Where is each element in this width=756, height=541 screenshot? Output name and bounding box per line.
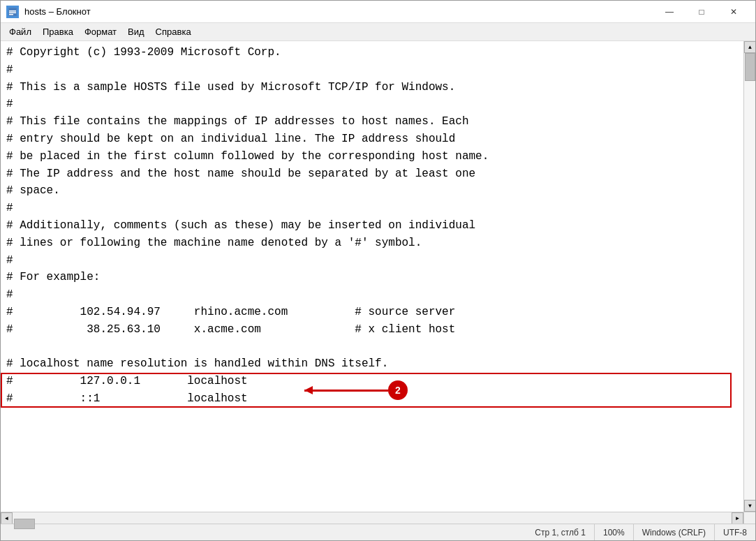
menu-help[interactable]: Справка [150, 25, 197, 38]
scroll-thumb-horizontal[interactable] [14, 519, 35, 529]
main-window: hosts – Блокнот — □ ✕ Файл Правка Формат… [0, 0, 756, 541]
maximize-button[interactable]: □ [685, 1, 718, 23]
status-zoom: 100% [595, 524, 634, 540]
status-encoding: UTF-8 [715, 524, 755, 540]
scroll-up-button[interactable]: ▲ [744, 41, 755, 53]
app-icon [6, 6, 19, 18]
status-position: Стр 1, стлб 1 [526, 524, 595, 540]
scroll-right-button[interactable]: ► [732, 512, 743, 524]
window-controls: — □ ✕ [653, 1, 750, 23]
svg-rect-1 [9, 10, 16, 12]
window-title: hosts – Блокнот [24, 6, 653, 17]
status-bar: Стр 1, стлб 1 100% Windows (CRLF) UTF-8 [1, 524, 755, 540]
scroll-track-vertical [744, 53, 755, 500]
content-area-inner: # Copyright (c) 1993-2009 Microsoft Corp… [1, 41, 743, 512]
status-line-ending: Windows (CRLF) [634, 524, 715, 540]
menu-view[interactable]: Вид [122, 25, 150, 38]
scrollbar-horizontal-wrapper: ◄ ► [1, 512, 755, 524]
scroll-down-button[interactable]: ▼ [744, 500, 755, 512]
minimize-button[interactable]: — [653, 1, 685, 23]
menu-edit[interactable]: Правка [37, 25, 79, 38]
content-wrapper: # Copyright (c) 1993-2009 Microsoft Corp… [1, 41, 755, 512]
text-editor[interactable]: # Copyright (c) 1993-2009 Microsoft Corp… [1, 41, 743, 512]
scroll-left-button[interactable]: ◄ [1, 512, 13, 524]
svg-rect-3 [9, 14, 13, 15]
menu-bar: Файл Правка Формат Вид Справка [1, 23, 755, 41]
scroll-thumb-vertical[interactable] [745, 53, 755, 81]
scrollbar-vertical: ▲ ▼ [743, 41, 755, 512]
scrollbar-horizontal: ◄ ► [1, 512, 743, 524]
title-bar: hosts – Блокнот — □ ✕ [1, 1, 755, 23]
menu-file[interactable]: Файл [3, 25, 37, 38]
close-button[interactable]: ✕ [718, 1, 750, 23]
scrollbar-corner [743, 512, 755, 524]
svg-rect-2 [9, 12, 16, 13]
menu-format[interactable]: Формат [79, 25, 122, 38]
